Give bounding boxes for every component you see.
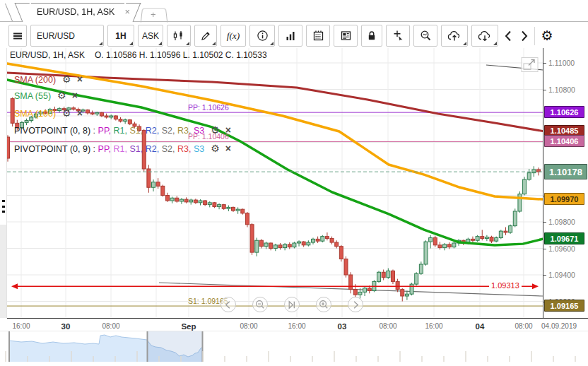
candle-body — [156, 182, 160, 187]
candle-body — [527, 173, 531, 179]
splitter-handle-icon[interactable] — [2, 200, 6, 213]
gear-icon[interactable]: ⚙ — [62, 73, 71, 85]
chevron-left-icon — [504, 30, 512, 42]
settings-button[interactable]: ⚙ — [539, 25, 555, 47]
news-button[interactable] — [334, 25, 358, 47]
candle-body — [532, 170, 536, 173]
candle-body — [293, 243, 296, 247]
plus-icon: + — [151, 9, 156, 20]
legend-separator: : — [90, 126, 98, 136]
tab-eurusd-1h-ask[interactable]: EUR/USD, 1H, ASK × — [24, 3, 131, 22]
price-axis-label: 1.10800 — [548, 85, 575, 94]
pivot-series-label: S2, — [162, 126, 177, 136]
close-icon[interactable]: × — [72, 90, 78, 101]
chart-zoom-button[interactable] — [413, 25, 437, 47]
crosshair-button[interactable] — [386, 25, 410, 47]
scroll-left-button[interactable] — [502, 25, 514, 47]
axis-date-label: 04.09.2019 — [541, 322, 577, 330]
candle-body — [396, 281, 399, 289]
gear-icon[interactable]: ⚙ — [57, 90, 66, 101]
price-chart[interactable] — [7, 48, 543, 318]
time-axis-label: 08:00 — [514, 322, 532, 330]
expand-chart-icon[interactable] — [520, 56, 540, 77]
toolbar: EUR/USD 1H ASK f(x) — [8, 25, 555, 47]
axis-tick — [543, 222, 546, 223]
indicators-button[interactable]: f(x) — [220, 25, 246, 47]
save-cloud-button[interactable] — [441, 25, 468, 47]
candle-body — [419, 264, 423, 273]
close-icon[interactable]: × — [225, 143, 231, 154]
volume-button[interactable] — [278, 25, 302, 47]
info-button[interactable] — [249, 25, 275, 47]
crosshair-icon — [392, 30, 404, 42]
close-icon[interactable]: × — [77, 107, 83, 119]
sma-line — [7, 73, 543, 131]
candle-body — [236, 209, 240, 211]
axis-tick — [543, 63, 546, 64]
timeframe-select[interactable]: 1H — [107, 25, 134, 47]
close-icon[interactable]: × — [225, 124, 231, 136]
gear-icon[interactable]: ⚙ — [211, 124, 220, 136]
volume-bars-icon — [285, 30, 296, 42]
scroll-right-button[interactable] — [518, 25, 531, 47]
time-axis-label: 16:00 — [288, 322, 305, 330]
side-select[interactable]: ASK — [138, 25, 163, 47]
calendar-button[interactable] — [306, 25, 330, 47]
left-gutter-scroll — [0, 225, 6, 318]
dropdown-corner-icon — [493, 42, 497, 45]
menu-button[interactable] — [8, 25, 27, 47]
price-axis-label: 1.09800 — [548, 218, 575, 226]
close-icon[interactable]: × — [77, 73, 83, 85]
draw-tools-button[interactable] — [194, 25, 217, 47]
candle-body — [518, 194, 522, 211]
new-tab-button[interactable]: + — [141, 8, 167, 22]
legend-label: SMA (200) — [14, 75, 56, 85]
candle-body — [184, 199, 188, 202]
step-left-button[interactable] — [220, 297, 236, 312]
candle-body — [405, 294, 408, 296]
dropdown-corner-icon — [212, 42, 216, 45]
instrument-select[interactable]: EUR/USD — [30, 25, 104, 47]
legend-separator: : — [90, 144, 98, 154]
dropdown-corner-icon — [158, 42, 162, 45]
zoom-out-button[interactable] — [252, 297, 268, 312]
gear-icon[interactable]: ⚙ — [62, 107, 71, 119]
price-badge: 1.10626 — [544, 106, 584, 118]
gear-icon[interactable]: ⚙ — [211, 143, 220, 154]
close-icon[interactable]: × — [124, 6, 130, 17]
candle-body — [443, 244, 447, 248]
candle-body — [259, 240, 263, 246]
candle-body — [358, 292, 362, 295]
lock-button[interactable] — [361, 25, 382, 47]
red-line-label: 1.09313 — [489, 281, 522, 290]
price-badge: 1.09165 — [544, 300, 584, 312]
gridlines — [7, 48, 543, 318]
candle-body — [204, 201, 207, 205]
menu-icon — [12, 30, 23, 42]
pivot-series-label: S1, — [130, 144, 146, 154]
candle-body — [161, 186, 165, 195]
chart-type-button[interactable] — [167, 25, 191, 47]
pivot-series-label: S2, — [162, 144, 177, 154]
legend-row: SMA (100)⚙× — [14, 107, 83, 119]
candle-body — [7, 137, 10, 158]
chart-navigator[interactable] — [0, 331, 588, 366]
price-axis-label: 1.09600 — [548, 244, 575, 253]
candle-body — [325, 237, 329, 239]
price-axis-label: 1.11000 — [548, 59, 575, 67]
skip-to-end-button[interactable] — [284, 297, 300, 312]
candle-body — [335, 242, 339, 247]
candle-body — [264, 243, 268, 247]
zoom-in-button[interactable] — [316, 297, 331, 312]
step-right-button[interactable] — [348, 297, 363, 312]
candle-body — [368, 288, 371, 291]
candle-body — [490, 237, 493, 242]
candle-body — [415, 273, 418, 284]
candle-body — [218, 205, 221, 207]
time-axis-label: 30 — [61, 322, 71, 331]
load-cloud-button[interactable] — [471, 25, 498, 47]
price-axis[interactable]: 1.110001.108001.100001.098001.096001.094… — [543, 48, 588, 318]
candle-body — [245, 213, 249, 225]
candle-body — [119, 119, 122, 122]
pivot-series-label: R3, — [177, 126, 194, 136]
